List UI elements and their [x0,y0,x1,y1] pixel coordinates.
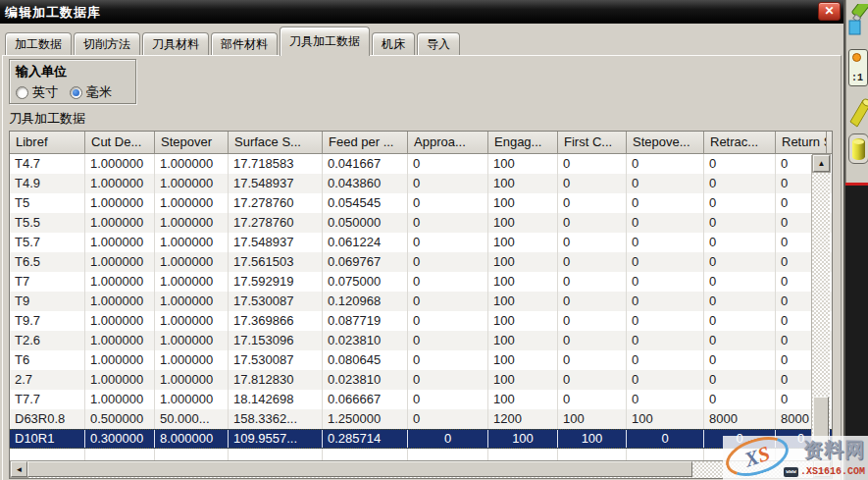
column-header[interactable]: First C... [558,132,627,153]
table-row-T6[interactable]: T61.0000001.00000017.5300870.08064501000… [10,350,832,370]
table-cell: 1.250000 [323,409,408,429]
table-cell: T6 [10,350,85,370]
table-cell: 0 [408,252,488,272]
unit-radio-option-2[interactable]: 毫米 [70,83,112,101]
paintbrush-icon[interactable] [848,4,868,39]
watermark-site-name: 资料网 [803,437,865,463]
screen: :1 编辑加工数据库 ✕ 加工数据切削方法刀具材料部件材料刀具加工数据机床导入 … [0,0,868,480]
tab-5[interactable]: 刀具加工数据 [280,27,370,56]
watermark-url-prefix: www [784,467,798,477]
column-header[interactable]: Feed per ... [323,132,408,153]
close-button[interactable]: ✕ [818,2,841,21]
table-cell: 109.9557... [229,430,323,448]
table-cell: 0 [704,213,776,233]
scroll-left-button[interactable]: ◄ [11,461,27,477]
table-row-D63R0.8[interactable]: D63R0.80.50000050.000...158.3362...1.250… [10,409,832,429]
table-cell: 17.153096 [229,331,323,350]
column-header[interactable]: Retrac... [704,132,776,153]
chamfer-icon[interactable] [848,94,868,130]
table-cell: 0 [704,252,776,272]
column-header[interactable]: Return S [776,132,827,153]
table-cell: T7.7 [10,390,85,409]
table-cell: 0 [408,154,488,174]
table-cell: 0 [627,154,704,174]
table-cell: 0 [558,331,627,350]
table-cell: 0 [627,252,704,272]
table-header-row: LibrefCut De...StepoverSurface S...Feed … [10,132,832,154]
tab-2[interactable]: 切削方法 [74,32,140,55]
table-row-T4.7[interactable]: T4.71.0000001.00000017.7185830.041667010… [10,154,832,174]
column-header[interactable]: Libref [10,132,85,153]
table-cell: 100 [488,331,558,350]
table-cell: 1.000000 [85,350,155,370]
table-cell: 0 [704,311,776,331]
table-row-D10R1[interactable]: D10R10.3000008.000000109.9557...0.285714… [10,429,832,449]
table-cell: 0.023810 [323,331,408,350]
table-cell: 1.000000 [155,292,229,311]
table-cell: 8000 [704,409,776,429]
radio-label: 英寸 [32,83,58,101]
table-cell: 17.278760 [229,193,323,213]
counter-label: :1 [851,73,863,83]
table-cell: 1.000000 [85,331,155,350]
vertical-scrollbar[interactable]: ▲ [811,155,830,460]
table-row-T6.5[interactable]: T6.51.0000001.00000017.5615030.069767010… [10,252,832,272]
table-cell: 0.041667 [323,154,408,174]
table-cell: 1.000000 [155,350,229,370]
tab-4[interactable]: 部件材料 [211,32,278,55]
table-cell: 17.548937 [229,233,323,252]
table-cell: 0 [558,390,627,409]
tab-6[interactable]: 机床 [372,32,415,55]
table-cell: 0 [627,390,704,409]
table-cell: 0.285714 [323,430,408,448]
table-cell: 1.000000 [85,292,155,311]
table-row-T5.7[interactable]: T5.71.0000001.00000017.5489370.061224010… [10,233,832,252]
cylinder-body [852,138,865,160]
table-row-T5[interactable]: T51.0000001.00000017.2787600.05454501000… [10,193,832,213]
horizontal-scroll-thumb[interactable] [27,461,692,477]
column-header[interactable]: Cut De... [85,132,155,153]
column-header[interactable]: Surface S... [229,132,323,153]
table-cell: 100 [558,409,627,429]
tab-1[interactable]: 加工数据 [5,32,72,55]
table-cell: 17.530087 [229,292,323,311]
table-cell: 0 [558,292,627,311]
table-cell: 0 [408,292,488,311]
table-cell: 0.075000 [323,272,408,292]
table-cell: 0 [627,331,704,350]
horizontal-scrollbar[interactable]: ◄ ► [10,460,832,478]
table-row-T9.7[interactable]: T9.71.0000001.00000017.3698660.087719010… [10,311,832,331]
table-row-T9[interactable]: T91.0000001.00000017.5300870.12096801000… [10,292,832,311]
unit-radio-option-1[interactable]: 英寸 [16,83,58,101]
table-cell: T9 [10,292,85,311]
table-cell: 100 [488,390,558,409]
cylinder-icon[interactable] [848,133,868,164]
table-row-T4.9[interactable]: T4.91.0000001.00000017.5489370.043860010… [10,174,832,193]
tab-panel: 输入单位 英寸毫米 刀具加工数据 LibrefCut De...Stepover… [2,55,842,480]
table-cell: 0 [558,311,627,331]
table-row-T2.6[interactable]: T2.61.0000001.00000017.1530960.023810010… [10,331,832,350]
scroll-up-button[interactable]: ▲ [813,155,830,172]
table-section-label: 刀具加工数据 [9,110,85,128]
column-header[interactable]: Stepove... [627,132,704,153]
table-cell: 18.142698 [229,390,323,409]
tab-3[interactable]: 刀具材料 [142,32,209,55]
table-cell: 0 [558,174,627,193]
window-title: 编辑加工数据库 [5,4,101,22]
table-cell: 0 [408,311,488,331]
table-row-T5.5[interactable]: T5.51.0000001.00000017.2787600.050000010… [10,213,832,233]
table-row-T7.7[interactable]: T7.71.0000001.00000018.1426980.066667010… [10,390,832,409]
table-cell: 0 [558,154,627,174]
table-cell: 0 [558,213,627,233]
table-cell: 1.000000 [85,193,155,213]
titlebar[interactable]: 编辑加工数据库 ✕ [0,0,843,24]
table-cell: 0 [627,370,704,390]
background-toolbar: :1 [845,0,868,183]
column-header[interactable]: Engag... [488,132,558,153]
column-header[interactable]: Approa... [408,132,488,153]
tab-7[interactable]: 导入 [417,32,460,55]
table-row-2.7[interactable]: 2.71.0000001.00000017.8128300.0238100100… [10,370,832,390]
table-row-T7[interactable]: T71.0000001.00000017.5929190.07500001000… [10,272,832,292]
counter-icon[interactable]: :1 [848,49,868,86]
column-header[interactable]: Stepover [155,132,229,153]
